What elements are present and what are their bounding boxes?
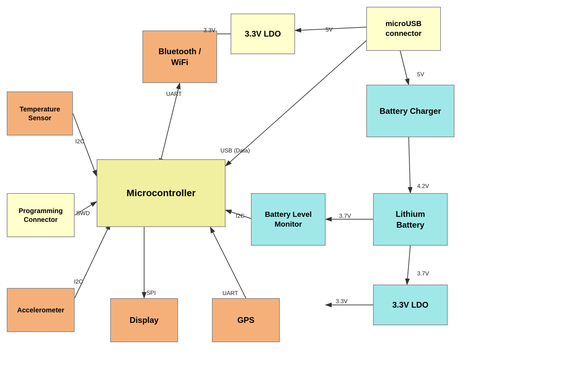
micro-usb-label: microUSBconnector <box>386 19 422 38</box>
microcontroller-label: Microcontroller <box>126 187 196 199</box>
display-label: Display <box>130 315 158 325</box>
ldo-bottom-block: 3.3V LDO <box>373 285 448 325</box>
v42-label: 4.2V <box>417 183 429 190</box>
accelerometer-block: Accelerometer <box>7 288 75 332</box>
lithium-battery-label: LithiumBattery <box>396 209 425 230</box>
svg-line-7 <box>210 227 246 298</box>
i2c-blm-label: I2C <box>236 213 245 220</box>
lithium-battery-block: LithiumBattery <box>373 193 448 246</box>
temperature-sensor-label: TemperatureSensor <box>20 105 60 122</box>
svg-line-15 <box>407 246 410 285</box>
ldo-bottom-label: 3.3V LDO <box>392 300 429 310</box>
i2c-temp-label: I2C <box>75 138 84 145</box>
usb-data-label: USB (Data) <box>220 147 250 154</box>
ldo-top-label: 3.3V LDO <box>245 28 281 39</box>
battery-charger-block: Battery Charger <box>366 85 454 137</box>
micro-usb-block: microUSBconnector <box>366 7 441 51</box>
programming-connector-block: ProgrammingConnector <box>7 193 75 237</box>
gps-block: GPS <box>212 298 280 342</box>
svg-line-11 <box>400 51 409 85</box>
microcontroller-block: Microcontroller <box>97 159 226 227</box>
v5-charger-label: 5V <box>417 71 424 78</box>
accelerometer-label: Accelerometer <box>17 306 64 314</box>
svg-line-13 <box>409 136 410 193</box>
v33-ldo-label: 3.3V <box>203 27 215 34</box>
v5-ldo-label: 5V <box>326 26 333 33</box>
v37-batt-label: 3.7V <box>339 213 351 220</box>
uart-bt-label: UART <box>166 91 182 98</box>
programming-connector-label: ProgrammingConnector <box>19 206 63 224</box>
v33-bottom-label: 3.3V <box>336 298 348 305</box>
diagram-container: Microcontroller Bluetooth /WiFi Temperat… <box>0 0 566 392</box>
uart-gps-label: UART <box>222 290 238 297</box>
i2c-acc-label: I2C <box>74 278 83 285</box>
ldo-top-block: 3.3V LDO <box>231 14 295 54</box>
v37-ldo-label: 3.7V <box>417 270 429 277</box>
bluetooth-wifi-label: Bluetooth /WiFi <box>158 46 201 67</box>
battery-level-monitor-label: Battery LevelMonitor <box>265 210 312 229</box>
gps-label: GPS <box>237 315 255 325</box>
temperature-sensor-block: TemperatureSensor <box>7 91 73 136</box>
battery-charger-label: Battery Charger <box>379 106 441 116</box>
battery-level-monitor-block: Battery LevelMonitor <box>251 193 326 246</box>
bluetooth-wifi-block: Bluetooth /WiFi <box>142 30 217 83</box>
svg-line-5 <box>75 224 110 298</box>
spi-label: SPI <box>147 290 156 296</box>
display-block: Display <box>110 298 178 342</box>
swd-label: SWD <box>76 210 90 217</box>
